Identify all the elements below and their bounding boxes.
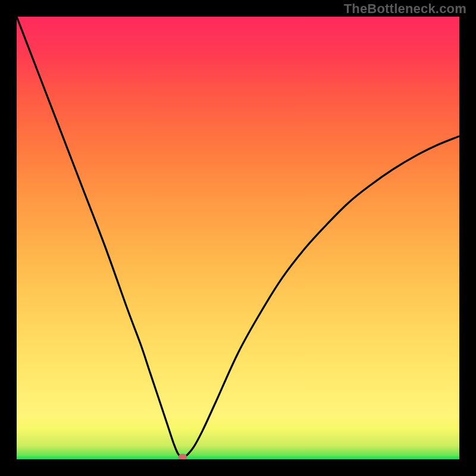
optimum-marker xyxy=(178,454,187,459)
plot-area xyxy=(17,17,459,459)
watermark-text: TheBottleneck.com xyxy=(344,1,466,17)
bottleneck-curve xyxy=(17,17,459,457)
chart-frame: TheBottleneck.com xyxy=(0,0,476,476)
curve-svg xyxy=(17,17,459,459)
